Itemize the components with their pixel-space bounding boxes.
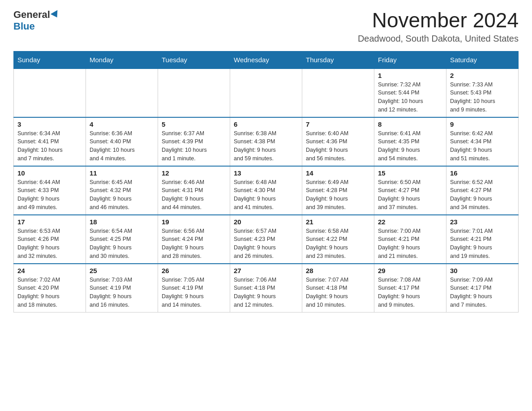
day-number: 7 bbox=[306, 120, 370, 128]
day-info: Sunrise: 6:54 AM Sunset: 4:25 PM Dayligh… bbox=[90, 227, 154, 261]
calendar-cell: 16Sunrise: 6:52 AM Sunset: 4:27 PM Dayli… bbox=[446, 166, 519, 215]
day-info: Sunrise: 7:09 AM Sunset: 4:17 PM Dayligh… bbox=[450, 276, 515, 309]
day-info: Sunrise: 6:44 AM Sunset: 4:33 PM Dayligh… bbox=[17, 178, 82, 212]
day-info: Sunrise: 7:03 AM Sunset: 4:19 PM Dayligh… bbox=[90, 276, 154, 309]
day-number: 15 bbox=[378, 169, 442, 177]
week-row-1: 1Sunrise: 7:32 AM Sunset: 5:44 PM Daylig… bbox=[14, 68, 519, 117]
title-section: November 2024 Deadwood, South Dakota, Un… bbox=[358, 9, 519, 44]
day-info: Sunrise: 6:38 AM Sunset: 4:38 PM Dayligh… bbox=[234, 129, 298, 163]
calendar-cell: 29Sunrise: 7:08 AM Sunset: 4:17 PM Dayli… bbox=[374, 264, 446, 313]
calendar-cell: 7Sunrise: 6:40 AM Sunset: 4:36 PM Daylig… bbox=[302, 117, 374, 166]
day-header-saturday: Saturday bbox=[446, 51, 519, 68]
day-number: 16 bbox=[450, 169, 515, 177]
day-number: 12 bbox=[162, 169, 226, 177]
day-number: 11 bbox=[90, 169, 154, 177]
calendar-cell: 8Sunrise: 6:41 AM Sunset: 4:35 PM Daylig… bbox=[374, 117, 446, 166]
day-number: 21 bbox=[306, 218, 370, 226]
day-number: 6 bbox=[234, 120, 298, 128]
calendar-cell: 14Sunrise: 6:49 AM Sunset: 4:28 PM Dayli… bbox=[302, 166, 374, 215]
calendar-cell: 13Sunrise: 6:48 AM Sunset: 4:30 PM Dayli… bbox=[230, 166, 302, 215]
day-number: 26 bbox=[162, 267, 226, 274]
calendar-cell: 2Sunrise: 7:33 AM Sunset: 5:43 PM Daylig… bbox=[446, 68, 519, 117]
logo-blue-text: Blue bbox=[13, 21, 35, 32]
day-header-sunday: Sunday bbox=[14, 51, 86, 68]
calendar-cell: 17Sunrise: 6:53 AM Sunset: 4:26 PM Dayli… bbox=[14, 215, 86, 264]
day-info: Sunrise: 6:48 AM Sunset: 4:30 PM Dayligh… bbox=[234, 178, 298, 212]
day-header-tuesday: Tuesday bbox=[158, 51, 230, 68]
day-info: Sunrise: 7:00 AM Sunset: 4:21 PM Dayligh… bbox=[378, 227, 442, 261]
calendar-cell: 30Sunrise: 7:09 AM Sunset: 4:17 PM Dayli… bbox=[446, 264, 519, 313]
day-number: 30 bbox=[450, 267, 515, 274]
day-info: Sunrise: 6:49 AM Sunset: 4:28 PM Dayligh… bbox=[306, 178, 370, 212]
day-number: 3 bbox=[17, 120, 82, 128]
week-row-4: 17Sunrise: 6:53 AM Sunset: 4:26 PM Dayli… bbox=[14, 215, 519, 264]
calendar-cell: 1Sunrise: 7:32 AM Sunset: 5:44 PM Daylig… bbox=[374, 68, 446, 117]
day-number: 10 bbox=[17, 169, 82, 177]
day-info: Sunrise: 6:40 AM Sunset: 4:36 PM Dayligh… bbox=[306, 129, 370, 163]
calendar-cell: 22Sunrise: 7:00 AM Sunset: 4:21 PM Dayli… bbox=[374, 215, 446, 264]
day-number: 4 bbox=[90, 120, 154, 128]
calendar-cell: 10Sunrise: 6:44 AM Sunset: 4:33 PM Dayli… bbox=[14, 166, 86, 215]
calendar-cell: 15Sunrise: 6:50 AM Sunset: 4:27 PM Dayli… bbox=[374, 166, 446, 215]
day-info: Sunrise: 6:50 AM Sunset: 4:27 PM Dayligh… bbox=[378, 178, 442, 212]
calendar-cell: 20Sunrise: 6:57 AM Sunset: 4:23 PM Dayli… bbox=[230, 215, 302, 264]
calendar-cell bbox=[14, 68, 86, 117]
day-number: 27 bbox=[234, 267, 298, 274]
calendar-cell: 25Sunrise: 7:03 AM Sunset: 4:19 PM Dayli… bbox=[86, 264, 158, 313]
page-header: General Blue November 2024 Deadwood, Sou… bbox=[13, 9, 519, 44]
day-info: Sunrise: 6:53 AM Sunset: 4:26 PM Dayligh… bbox=[17, 227, 82, 261]
calendar-cell: 18Sunrise: 6:54 AM Sunset: 4:25 PM Dayli… bbox=[86, 215, 158, 264]
day-info: Sunrise: 6:52 AM Sunset: 4:27 PM Dayligh… bbox=[450, 178, 515, 212]
calendar-cell: 21Sunrise: 6:58 AM Sunset: 4:22 PM Dayli… bbox=[302, 215, 374, 264]
day-info: Sunrise: 6:58 AM Sunset: 4:22 PM Dayligh… bbox=[306, 227, 370, 261]
day-info: Sunrise: 7:08 AM Sunset: 4:17 PM Dayligh… bbox=[378, 276, 442, 309]
day-number: 14 bbox=[306, 169, 370, 177]
day-number: 22 bbox=[378, 218, 442, 226]
day-info: Sunrise: 7:01 AM Sunset: 4:21 PM Dayligh… bbox=[450, 227, 515, 261]
calendar-header-row: SundayMondayTuesdayWednesdayThursdayFrid… bbox=[14, 51, 519, 68]
day-info: Sunrise: 6:57 AM Sunset: 4:23 PM Dayligh… bbox=[234, 227, 298, 261]
calendar-cell: 5Sunrise: 6:37 AM Sunset: 4:39 PM Daylig… bbox=[158, 117, 230, 166]
week-row-2: 3Sunrise: 6:34 AM Sunset: 4:41 PM Daylig… bbox=[14, 117, 519, 166]
calendar-cell bbox=[86, 68, 158, 117]
calendar-cell: 24Sunrise: 7:02 AM Sunset: 4:20 PM Dayli… bbox=[14, 264, 86, 313]
day-header-monday: Monday bbox=[86, 51, 158, 68]
day-info: Sunrise: 6:37 AM Sunset: 4:39 PM Dayligh… bbox=[162, 129, 226, 163]
day-info: Sunrise: 6:42 AM Sunset: 4:34 PM Dayligh… bbox=[450, 129, 515, 163]
calendar-cell bbox=[158, 68, 230, 117]
day-number: 24 bbox=[17, 267, 82, 274]
page-title: November 2024 bbox=[358, 9, 519, 32]
day-info: Sunrise: 6:34 AM Sunset: 4:41 PM Dayligh… bbox=[17, 129, 82, 163]
calendar-cell: 3Sunrise: 6:34 AM Sunset: 4:41 PM Daylig… bbox=[14, 117, 86, 166]
day-info: Sunrise: 6:36 AM Sunset: 4:40 PM Dayligh… bbox=[90, 129, 154, 163]
logo: General Blue bbox=[13, 9, 60, 32]
day-number: 28 bbox=[306, 267, 370, 274]
calendar-cell: 28Sunrise: 7:07 AM Sunset: 4:18 PM Dayli… bbox=[302, 264, 374, 313]
day-number: 23 bbox=[450, 218, 515, 226]
day-number: 17 bbox=[17, 218, 82, 226]
day-number: 25 bbox=[90, 267, 154, 274]
week-row-5: 24Sunrise: 7:02 AM Sunset: 4:20 PM Dayli… bbox=[14, 264, 519, 313]
calendar-cell bbox=[230, 68, 302, 117]
calendar-cell: 19Sunrise: 6:56 AM Sunset: 4:24 PM Dayli… bbox=[158, 215, 230, 264]
day-number: 1 bbox=[378, 72, 442, 79]
calendar-cell: 23Sunrise: 7:01 AM Sunset: 4:21 PM Dayli… bbox=[446, 215, 519, 264]
day-number: 19 bbox=[162, 218, 226, 226]
day-info: Sunrise: 7:32 AM Sunset: 5:44 PM Dayligh… bbox=[378, 81, 442, 114]
day-info: Sunrise: 7:05 AM Sunset: 4:19 PM Dayligh… bbox=[162, 276, 226, 309]
day-header-wednesday: Wednesday bbox=[230, 51, 302, 68]
day-number: 9 bbox=[450, 120, 515, 128]
day-info: Sunrise: 7:07 AM Sunset: 4:18 PM Dayligh… bbox=[306, 276, 370, 309]
calendar-cell: 6Sunrise: 6:38 AM Sunset: 4:38 PM Daylig… bbox=[230, 117, 302, 166]
day-number: 29 bbox=[378, 267, 442, 274]
day-header-thursday: Thursday bbox=[302, 51, 374, 68]
calendar-cell: 11Sunrise: 6:45 AM Sunset: 4:32 PM Dayli… bbox=[86, 166, 158, 215]
calendar-cell: 9Sunrise: 6:42 AM Sunset: 4:34 PM Daylig… bbox=[446, 117, 519, 166]
day-info: Sunrise: 7:06 AM Sunset: 4:18 PM Dayligh… bbox=[234, 276, 298, 309]
day-number: 2 bbox=[450, 72, 515, 79]
day-number: 13 bbox=[234, 169, 298, 177]
day-number: 8 bbox=[378, 120, 442, 128]
day-info: Sunrise: 6:41 AM Sunset: 4:35 PM Dayligh… bbox=[378, 129, 442, 163]
day-info: Sunrise: 7:33 AM Sunset: 5:43 PM Dayligh… bbox=[450, 81, 515, 114]
day-info: Sunrise: 6:56 AM Sunset: 4:24 PM Dayligh… bbox=[162, 227, 226, 261]
